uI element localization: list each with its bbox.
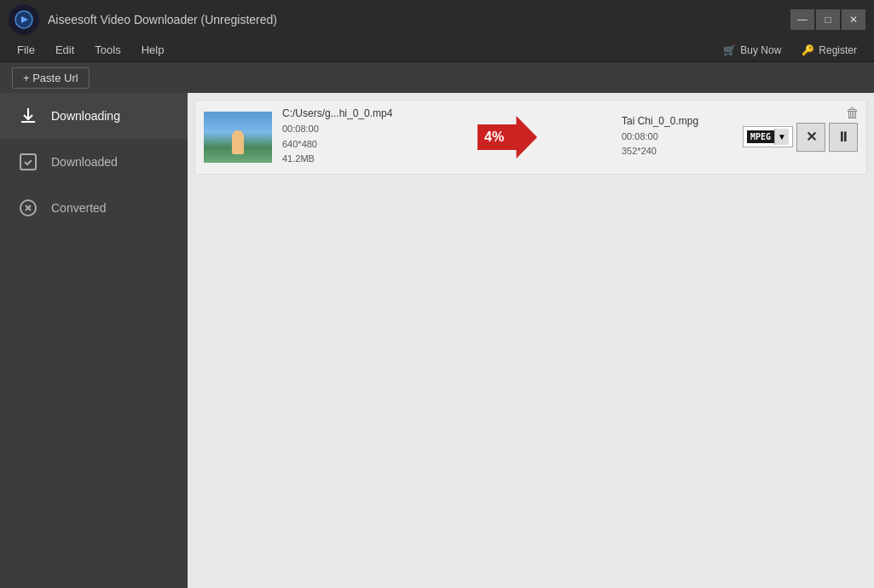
converted-icon: [17, 197, 39, 219]
sidebar-item-downloading[interactable]: Downloading: [0, 93, 188, 139]
titlebar-controls: — □ ✕: [790, 9, 865, 30]
format-label: MPEG: [747, 130, 774, 143]
thumbnail-figure: [232, 130, 244, 154]
buy-now-action[interactable]: 🛒 Buy Now: [715, 42, 790, 59]
cancel-button[interactable]: ✕: [796, 123, 825, 152]
paste-url-button[interactable]: + Paste Url: [12, 67, 90, 89]
source-info: C:/Users/g...hi_0_0.mp4 00:08:00 640*480…: [282, 107, 393, 167]
app-logo: [9, 4, 39, 35]
source-filesize: 41.2MB: [282, 152, 393, 167]
download-icon: [17, 105, 39, 127]
sidebar-item-converted[interactable]: Converted: [0, 185, 188, 231]
progress-percent: 4%: [484, 130, 504, 145]
menu-tools[interactable]: Tools: [86, 41, 129, 59]
delete-button[interactable]: 🗑: [846, 106, 860, 121]
app-title: Aiseesoft Video Downloader (Unregistered…: [48, 13, 782, 26]
progress-area: 4%: [403, 116, 611, 159]
urlbar: + Paste Url: [0, 62, 874, 93]
source-resolution: 640*480: [282, 137, 393, 153]
svg-rect-1: [20, 154, 36, 170]
download-list: C:/Users/g...hi_0_0.mp4 00:08:00 640*480…: [188, 93, 874, 182]
target-info: Tai Chi_0_0.mpg 00:08:00 352*240: [622, 115, 732, 159]
pause-button[interactable]: ⏸: [829, 123, 858, 152]
sidebar-item-downloaded[interactable]: Downloaded: [0, 139, 188, 185]
sidebar-label-downloading: Downloading: [51, 109, 120, 123]
menu-help[interactable]: Help: [133, 41, 173, 59]
main-layout: Downloading Downloaded Converted: [0, 93, 874, 588]
source-path: C:/Users/g...hi_0_0.mp4: [282, 107, 393, 119]
format-selector[interactable]: MPEG ▼: [743, 126, 793, 147]
content-area: C:/Users/g...hi_0_0.mp4 00:08:00 640*480…: [188, 93, 874, 588]
register-action[interactable]: 🔑 Register: [793, 42, 865, 59]
target-duration: 00:08:00: [622, 130, 732, 145]
titlebar: Aiseesoft Video Downloader (Unregistered…: [0, 0, 874, 38]
sidebar: Downloading Downloaded Converted: [0, 93, 188, 588]
target-name: Tai Chi_0_0.mpg: [622, 115, 732, 127]
download-item: C:/Users/g...hi_0_0.mp4 00:08:00 640*480…: [194, 100, 867, 175]
menubar: File Edit Tools Help 🛒 Buy Now 🔑 Registe…: [0, 38, 874, 62]
cart-icon: 🛒: [723, 44, 736, 56]
maximize-button[interactable]: □: [816, 9, 840, 30]
progress-arrow: 4%: [478, 116, 537, 159]
downloaded-icon: [17, 151, 39, 173]
video-thumbnail: [204, 112, 272, 163]
key-icon: 🔑: [802, 44, 814, 56]
sidebar-label-downloaded: Downloaded: [51, 155, 118, 169]
item-controls: MPEG ▼ ✕ ⏸: [743, 123, 858, 152]
menu-file[interactable]: File: [9, 41, 43, 59]
sidebar-label-converted: Converted: [51, 201, 107, 215]
menu-edit[interactable]: Edit: [47, 41, 83, 59]
minimize-button[interactable]: —: [790, 9, 814, 30]
target-resolution: 352*240: [622, 144, 732, 159]
close-button[interactable]: ✕: [842, 9, 865, 30]
format-dropdown-arrow[interactable]: ▼: [774, 129, 789, 145]
source-duration: 00:08:00: [282, 122, 393, 137]
